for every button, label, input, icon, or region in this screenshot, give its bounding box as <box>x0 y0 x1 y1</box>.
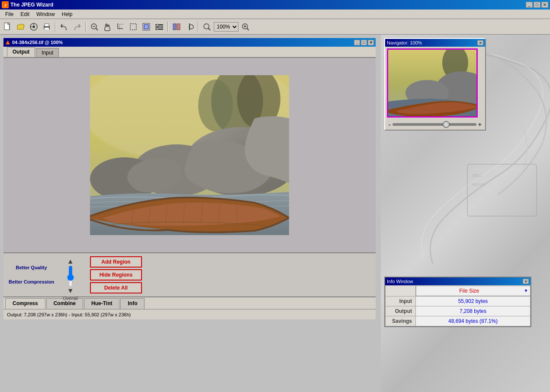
tab-output[interactable]: Output <box>7 47 35 57</box>
hide-regions-button[interactable]: Hide Regions <box>90 269 142 280</box>
tab-compress[interactable]: Compress <box>5 298 45 309</box>
toolbar-zoom-search-button[interactable] <box>201 21 213 33</box>
info-window-title: Info Window <box>387 279 413 284</box>
toolbar-select-button[interactable] <box>127 21 139 33</box>
toolbar: 100% 50% 200% Fit <box>0 19 550 35</box>
slider-down-arrow[interactable]: ▼ <box>67 287 74 295</box>
tab-input[interactable]: Input <box>36 48 59 57</box>
navigator-zoom-slider: - + <box>385 119 485 130</box>
overall-label: Overall <box>63 296 78 301</box>
navigator-title: Navigator: 100% <box>387 40 422 45</box>
image-window: 04-384x256.tif @ 100% _ □ ✕ Output Input <box>3 38 376 392</box>
navigator-image-area <box>385 47 485 119</box>
image-window-close[interactable]: ✕ <box>368 40 374 45</box>
toolbar-compare-button[interactable] <box>170 21 183 33</box>
navigator-slider-track[interactable] <box>392 123 476 126</box>
info-output-value: 7,208 bytes <box>416 306 531 316</box>
svg-rect-21 <box>144 25 148 29</box>
svg-text:J: J <box>4 3 6 7</box>
image-window-titlebar: 04-384x256.tif @ 100% _ □ ✕ <box>3 38 376 47</box>
bottom-controls: Better Quality Better Compression ▲ ▼ Ov… <box>3 252 376 319</box>
svg-point-26 <box>159 26 161 28</box>
toolbar-hand-button[interactable] <box>101 21 113 33</box>
slider-container: ▲ ▼ Overall <box>59 258 81 292</box>
toolbar-separator-3 <box>167 22 168 32</box>
add-region-button[interactable]: Add Region <box>90 256 142 268</box>
toolbar-redo-button[interactable] <box>71 21 83 33</box>
toolbar-save-button[interactable] <box>28 21 40 33</box>
info-window-close-button[interactable]: ✕ <box>523 279 529 284</box>
svg-rect-11 <box>45 28 49 29</box>
close-button[interactable]: ✕ <box>541 2 548 8</box>
tab-info[interactable]: Info <box>120 298 145 309</box>
svg-point-25 <box>157 24 158 25</box>
svg-rect-55 <box>467 164 537 216</box>
image-window-maximize[interactable]: □ <box>361 40 367 45</box>
bottom-tabs: Compress Combine Hue-Tint Info <box>3 296 376 309</box>
tab-hue-tint[interactable]: Hue-Tint <box>84 298 119 309</box>
quality-slider[interactable] <box>67 265 74 287</box>
toolbar-zoom-out-button[interactable] <box>88 21 100 33</box>
toolbar-crop-button[interactable] <box>114 21 126 33</box>
info-dropdown-arrow[interactable]: ▼ <box>522 287 530 294</box>
info-window: Info Window ✕ File Size ▼ Input <box>384 277 531 327</box>
toolbar-zoom-area: 100% 50% 200% Fit <box>201 21 251 33</box>
menu-bar: File Edit Window Help <box>0 10 550 19</box>
toolbar-settings-button[interactable] <box>153 21 165 33</box>
svg-point-27 <box>157 28 158 30</box>
image-window-title: 04-384x256.tif @ 100% <box>12 40 63 45</box>
app-titlebar: J The JPEG Wizard _ □ ✕ <box>0 0 550 10</box>
toolbar-info-button[interactable] <box>183 21 196 33</box>
navigator-slider-thumb[interactable] <box>443 121 450 128</box>
image-window-icon <box>5 40 10 45</box>
navigator-close-button[interactable]: ✕ <box>477 40 483 45</box>
svg-text:JPEG: JPEG <box>472 173 482 178</box>
info-output-label: Output <box>386 306 416 316</box>
minimize-button[interactable]: _ <box>526 2 533 8</box>
menu-edit[interactable]: Edit <box>17 10 33 18</box>
image-window-minimize[interactable]: _ <box>354 40 360 45</box>
svg-rect-19 <box>130 24 136 30</box>
toolbar-region-button[interactable] <box>140 21 152 33</box>
menu-window[interactable]: Window <box>33 10 58 18</box>
image-panel: 04-384x256.tif @ 100% _ □ ✕ Output Input <box>0 35 381 392</box>
toolbar-zoom-in-button[interactable] <box>239 21 251 33</box>
right-panel: JPEG WIZARD Navigator: 100% ✕ <box>381 35 550 392</box>
delete-all-button[interactable]: Delete All <box>90 282 142 293</box>
svg-marker-38 <box>6 40 10 45</box>
info-row-savings: Savings 48,694 bytes (87.1%) <box>386 316 531 326</box>
app-icon: J <box>2 1 9 8</box>
quality-controls-area: Better Quality Better Compression ▲ ▼ Ov… <box>3 253 376 296</box>
svg-rect-10 <box>45 24 49 26</box>
zoom-select[interactable]: 100% 50% 200% Fit <box>214 22 238 32</box>
slider-up-arrow[interactable]: ▲ <box>67 258 74 265</box>
app-title: The JPEG Wizard <box>10 2 53 8</box>
svg-text:WIZARD: WIZARD <box>472 183 486 187</box>
menu-help[interactable]: Help <box>58 10 76 18</box>
info-row-output: Output 7,208 bytes <box>386 306 531 316</box>
info-savings-label: Savings <box>386 316 416 326</box>
toolbar-separator-4 <box>198 22 199 32</box>
region-buttons: Add Region Hide Regions Delete All <box>90 256 142 293</box>
navigator-zoom-minus[interactable]: - <box>389 121 391 128</box>
toolbar-separator-1 <box>55 22 56 32</box>
navigator-window: Navigator: 100% ✕ <box>384 38 486 131</box>
info-savings-value: 48,694 bytes (87.1%) <box>416 316 531 326</box>
toolbar-open-button[interactable] <box>15 21 27 33</box>
main-area: 04-384x256.tif @ 100% _ □ ✕ Output Input <box>0 35 550 392</box>
info-table: File Size ▼ Input 55,902 bytes Output 7,… <box>385 285 531 326</box>
info-row-input: Input 55,902 bytes <box>386 296 531 306</box>
info-input-value: 55,902 bytes <box>416 296 531 306</box>
toolbar-print-button[interactable] <box>41 21 53 33</box>
toolbar-new-button[interactable] <box>2 21 14 33</box>
svg-line-33 <box>208 28 210 30</box>
better-compression-label: Better Compression <box>9 279 54 285</box>
status-text: Output: 7,208 (297w x 236h) - Input: 55,… <box>7 312 131 317</box>
menu-file[interactable]: File <box>2 10 17 18</box>
svg-line-37 <box>247 28 249 30</box>
toolbar-separator-2 <box>85 22 86 32</box>
maximize-button[interactable]: □ <box>534 2 540 8</box>
toolbar-undo-button[interactable] <box>58 21 70 33</box>
navigator-zoom-plus[interactable]: + <box>478 121 482 128</box>
navigator-thumb-image <box>388 50 478 118</box>
